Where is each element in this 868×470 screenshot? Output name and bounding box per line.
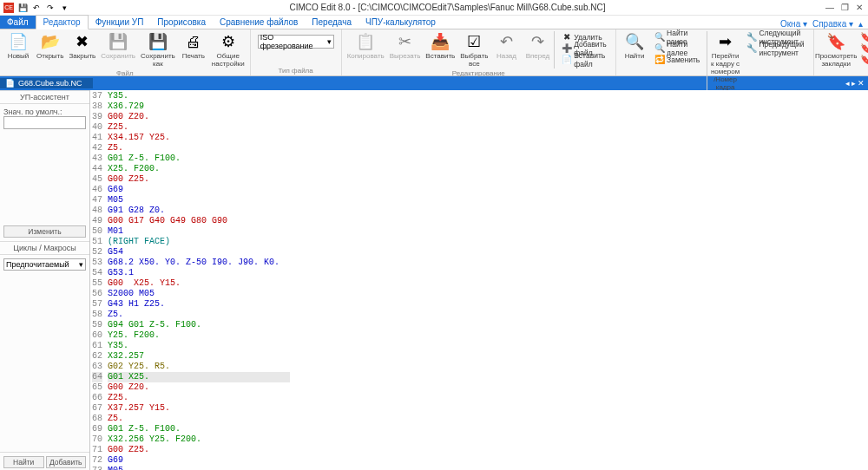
code-line[interactable]: G01 Z-5. F100. [108, 153, 290, 164]
tab-prev-icon[interactable]: ◂ [845, 79, 850, 88]
undo-button-icon: ↶ [496, 32, 516, 51]
tab-backplot[interactable]: Прорисовка [150, 16, 213, 29]
tab-file-compare[interactable]: Сравнение файлов [213, 16, 305, 29]
find-next[interactable]: 🔍Найти далее [649, 42, 705, 54]
code-line[interactable]: G00 Z20. [108, 382, 290, 393]
code-line[interactable]: G00 Z25. [108, 445, 290, 455]
code-line[interactable]: M05 [108, 466, 290, 470]
tab-cnc-calc[interactable]: ЧПУ-калькулятор [358, 16, 443, 29]
find-button[interactable]: 🔍Найти [620, 31, 649, 92]
qat-redo-icon[interactable]: ↷ [45, 3, 56, 13]
undo-button[interactable]: ↶Назад [491, 31, 521, 69]
menu-windows[interactable]: Окна ▾ [780, 19, 807, 29]
code-line[interactable]: G53.1 [108, 268, 290, 278]
code-line[interactable]: S2000 M05 [108, 289, 290, 299]
code-line[interactable]: M05 [108, 195, 290, 206]
open-button[interactable]: 📂Открыть [35, 31, 65, 69]
line-number: 65 [92, 382, 102, 393]
tab-file[interactable]: Файл [0, 16, 36, 29]
line-number: 70 [92, 434, 102, 445]
code-line[interactable]: G69 [108, 185, 290, 195]
code-line[interactable]: M01 [108, 226, 290, 237]
code-line[interactable]: G00 X25. Y15. [108, 278, 290, 289]
code-line[interactable]: X34.157 Y25. [108, 133, 290, 143]
default-value-input[interactable] [3, 116, 86, 129]
code-line[interactable]: X37.257 Y15. [108, 403, 290, 414]
code-line[interactable]: Y35. [108, 91, 290, 101]
code-line[interactable]: G68.2 X50. Y0. Z-50 I90. J90. K0. [108, 258, 290, 268]
close-icon[interactable]: ✕ [856, 3, 863, 12]
code-line[interactable]: G01 X25. [108, 372, 290, 382]
goto-button[interactable]: ➡Перейти к кадру сномером /Номер кадра [709, 31, 742, 92]
code-line[interactable]: G94 G01 Z-5. F100. [108, 320, 290, 330]
view-bookmarks[interactable]: 🔖Просмотретьзакладки [818, 31, 855, 69]
bm-next[interactable]: 🔖К следующей [855, 42, 868, 54]
filetype-combo[interactable]: ISO фрезерование▾ [258, 35, 334, 49]
print-button[interactable]: 🖨Печать [179, 31, 208, 69]
line-number: 68 [92, 414, 102, 424]
tab-close-icon[interactable]: ✕ [858, 79, 865, 88]
sidebar-find-button[interactable]: Найти [3, 456, 44, 468]
code-line[interactable]: Z25. [108, 393, 290, 403]
bm-prev[interactable]: 🔖К предыдущей [855, 31, 868, 42]
paste-button[interactable]: 📥Вставить [424, 31, 457, 69]
code-line[interactable]: Z25. [108, 122, 290, 133]
code-line[interactable]: X36.729 [108, 101, 290, 112]
code-line[interactable]: X25. F200. [108, 164, 290, 174]
close-button[interactable]: ✖Закрыть [67, 31, 97, 69]
code-line[interactable]: G00 G17 G40 G49 G80 G90 [108, 216, 290, 226]
code-line[interactable]: G91 G28 Z0. [108, 206, 290, 216]
bm-indicators[interactable]: 🔖Включить индикаторы [855, 54, 868, 65]
code-line[interactable]: G02 Y25. R5. [108, 362, 290, 372]
code-line[interactable]: X32.257 [108, 351, 290, 362]
redo-button-icon: ↷ [528, 32, 547, 51]
ribbon-collapse-icon[interactable]: ▴ [858, 19, 863, 29]
prev-tool-icon: 🔧 [746, 43, 757, 54]
menu-help[interactable]: Справка ▾ [812, 19, 853, 29]
qat-undo-icon[interactable]: ↶ [31, 3, 42, 13]
sidebar-add-button[interactable]: Добавить [46, 456, 87, 468]
code-line[interactable]: G01 Z-5. F100. [108, 424, 290, 434]
qat-dropdown-icon[interactable]: ▾ [59, 3, 69, 13]
document-tab[interactable]: 📄 G68.Cube.sub.NC [0, 78, 93, 88]
code-line[interactable]: G54 [108, 247, 290, 258]
line-number: 63 [92, 362, 102, 372]
next-tool-icon: 🔧 [746, 32, 757, 42]
code-line[interactable]: Z5. [108, 310, 290, 320]
code-editor[interactable]: 3738394041424344454647484950515253545556… [90, 90, 868, 470]
code-line[interactable]: Y35. [108, 341, 290, 351]
edit-button[interactable]: Изменить [3, 225, 86, 238]
tab-next-icon[interactable]: ▸ [852, 79, 856, 88]
cut-button[interactable]: ✂Вырезать [388, 31, 423, 69]
print-button-icon: 🖨 [184, 32, 203, 51]
saveas-button[interactable]: 💾Сохранитькак [139, 31, 177, 69]
qat-save-icon[interactable]: 💾 [17, 3, 28, 13]
tab-transmission[interactable]: Передача [305, 16, 358, 29]
code-line[interactable]: Z5. [108, 414, 290, 424]
code-line[interactable]: G43 H1 Z25. [108, 299, 290, 310]
copy-button[interactable]: 📋Копировать [345, 31, 386, 69]
selectall-button[interactable]: ☑Выбратьвсе [458, 31, 490, 69]
code-line[interactable]: G00 Z20. [108, 112, 290, 122]
selectall-button-icon: ☑ [464, 32, 483, 51]
code-line[interactable]: Z5. [108, 143, 290, 153]
minimize-icon[interactable]: — [825, 3, 834, 12]
macros-combo[interactable]: Предпочитаемый▾ [3, 258, 86, 271]
line-number: 57 [92, 299, 102, 310]
code-line[interactable]: G00 Z25. [108, 174, 290, 185]
replace[interactable]: 🔁Заменить [649, 54, 705, 65]
code-line[interactable]: G69 [108, 455, 290, 466]
tab-nc-functions[interactable]: Функции УП [89, 16, 151, 29]
save-button[interactable]: 💾Сохранить [99, 31, 137, 69]
redo-button[interactable]: ↷Вперед [523, 31, 552, 69]
line-number: 40 [92, 122, 102, 133]
settings-button[interactable]: ⚙Общиенастройки [210, 31, 247, 69]
code-line[interactable]: X32.256 Y25. F200. [108, 434, 290, 445]
insertfile-menu[interactable]: 📄Вставить файл [556, 54, 612, 65]
prev-tool[interactable]: 🔧Предыдущий инструмент [741, 42, 809, 54]
tab-editor[interactable]: Редактор [36, 15, 89, 29]
maximize-icon[interactable]: ❐ [841, 3, 849, 12]
new-button[interactable]: 📄Новый [3, 31, 33, 69]
code-line[interactable]: Y25. F200. [108, 330, 290, 341]
code-line[interactable]: (RIGHT FACE) [108, 237, 290, 247]
